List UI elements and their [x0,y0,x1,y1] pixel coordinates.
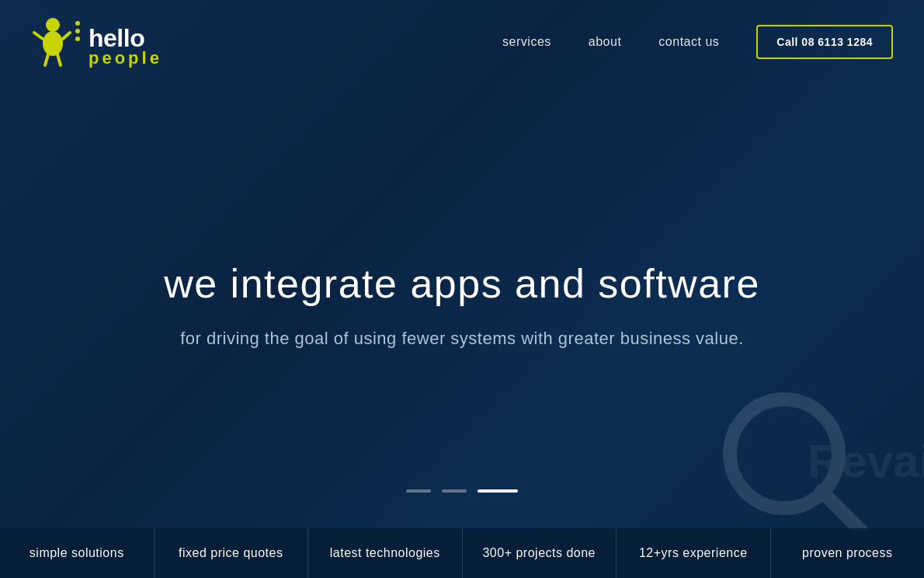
nav-contact[interactable]: contact us [658,35,719,49]
svg-text:people: people [89,48,162,68]
stat-proven-process: proven process [771,528,925,578]
svg-point-0 [46,18,60,32]
slide-dot-3[interactable] [478,489,518,493]
logo[interactable]: hello people [31,14,233,70]
nav-services[interactable]: services [502,35,551,49]
stat-label-5: 12+yrs experience [639,546,748,560]
svg-line-4 [45,54,48,65]
stat-label-6: proven process [802,546,892,560]
stat-label-3: latest technologies [330,546,440,560]
svg-line-3 [63,33,70,39]
hero-subtitle: for driving the goal of using fewer syst… [180,325,744,352]
navbar: hello people services about contact us C… [0,0,924,83]
stat-label-1: simple solutions [30,546,124,560]
stat-experience: 12+yrs experience [617,528,771,578]
slide-dot-1[interactable] [406,489,431,493]
nav-about[interactable]: about [589,35,622,49]
slide-dot-2[interactable] [442,489,467,493]
nav-links: services about contact us Call 08 6113 1… [502,25,893,59]
stat-projects-done: 300+ projects done [463,528,617,578]
stat-label-2: fixed price quotes [179,546,283,560]
svg-line-5 [57,54,61,65]
svg-point-7 [75,29,80,33]
hero-title: we integrate apps and software [164,259,760,308]
stat-latest-tech: latest technologies [308,528,463,578]
svg-point-1 [43,31,63,56]
svg-point-8 [75,37,80,41]
stat-simple-solutions: simple solutions [0,528,155,578]
slider-indicators [406,489,518,493]
stats-bar: simple solutions fixed price quotes late… [0,528,924,578]
svg-point-6 [75,21,80,26]
hero-content: we integrate apps and software for drivi… [0,83,924,528]
call-button[interactable]: Call 08 6113 1284 [756,25,893,59]
stat-fixed-price: fixed price quotes [155,528,309,578]
svg-line-2 [34,33,43,39]
stat-label-4: 300+ projects done [482,546,596,560]
